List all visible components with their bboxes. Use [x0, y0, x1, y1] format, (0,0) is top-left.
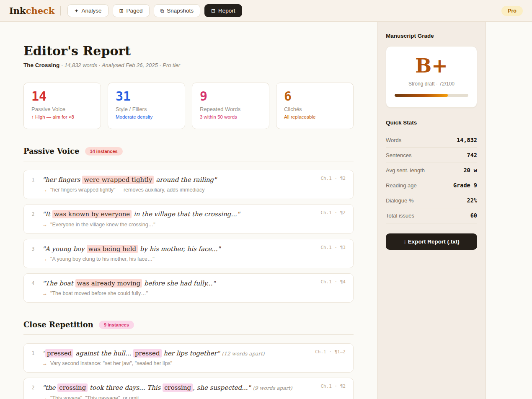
sparkle-icon: ✦	[74, 8, 78, 13]
quick-stat-label: Total issues	[386, 212, 414, 219]
issue-body: "her fingers were wrapped tightly around…	[42, 176, 303, 193]
chapter-paragraph-ref: Ch.1 · ¶1–2	[315, 349, 346, 355]
quick-stats-title: Quick Stats	[386, 119, 477, 126]
quote-text: "It	[42, 210, 52, 218]
grade-subtitle: Strong draft · 72/100	[395, 81, 468, 87]
stat-card-clich-s: 6ClichésAll replaceable	[276, 83, 354, 129]
issue-item[interactable]: 4"The boat was already moving before she…	[23, 273, 354, 303]
chapter-paragraph-ref: Ch.1 · ¶2	[320, 176, 346, 181]
highlighted-phrase: crossing	[163, 383, 193, 392]
issue-quote: "A young boy was being held by his mothe…	[42, 245, 303, 253]
nav-divider	[60, 6, 61, 16]
quick-stat-row: Words14,832	[386, 133, 477, 148]
quick-stat-label: Words	[386, 137, 401, 143]
grade-progress-fill	[395, 94, 448, 97]
stat-card-style-fillers: 31Style / FillersModerate density	[108, 83, 185, 129]
issue-quote: "The boat was already moving before she …	[42, 279, 303, 288]
nav-button-group: ✦Analyse⊞Paged⧉Snapshots⊡Report	[67, 4, 242, 17]
issue-item[interactable]: 1"pressed against the hull... pressed he…	[23, 343, 354, 373]
quote-text: around the railing"	[154, 176, 217, 184]
chapter-paragraph-ref: Ch.1 · ¶3	[320, 245, 346, 250]
quote-text: , she suspected..."	[193, 384, 251, 391]
issue-body: "pressed against the hull... pressed her…	[42, 349, 303, 366]
highlighted-phrase: was being held	[87, 245, 138, 253]
issue-item[interactable]: 2"It was known by everyone in the villag…	[23, 204, 354, 233]
grade-value: B+	[395, 56, 468, 76]
nav-button-paged[interactable]: ⊞Paged	[113, 4, 150, 17]
stat-card-note: 3 within 50 words	[200, 114, 261, 119]
quote-text: "A young boy	[42, 245, 87, 253]
report-icon: ⊡	[211, 8, 215, 13]
chapter-paragraph-ref: Ch.1 · ¶2	[320, 210, 346, 215]
issue-item[interactable]: 3"A young boy was being held by his moth…	[23, 239, 354, 268]
stat-card-note: ↑ High — aim for <8	[31, 114, 93, 119]
section-header: Close Repetition9 instances	[23, 320, 354, 329]
report-main: Editor's Report The Crossing · 14,832 wo…	[0, 22, 377, 399]
arrow-right-icon: →	[42, 187, 47, 193]
nav-button-label: Analyse	[81, 8, 101, 14]
words-apart-note: (9 words apart)	[253, 385, 292, 391]
suggestion-text: "A young boy clung to his mother, his fa…	[50, 256, 155, 262]
quick-stat-label: Sentences	[386, 152, 411, 158]
snapshots-icon: ⧉	[160, 8, 164, 13]
stat-card-label: Repeated Words	[200, 106, 261, 112]
quick-stat-row: Dialogue %22%	[386, 193, 477, 208]
arrow-right-icon: →	[42, 290, 47, 296]
suggestion-text: "This voyage", "This passage", or omit	[50, 395, 139, 399]
export-report-button[interactable]: ↓ Export Report (.txt)	[386, 233, 477, 250]
issue-number: 2	[24, 210, 42, 227]
highlighted-phrase: pressed	[45, 349, 74, 358]
suggestion-text: "Everyone in the village knew the crossi…	[50, 222, 155, 228]
quick-stat-row: Total issues60	[386, 208, 477, 223]
page-title: Editor's Report	[23, 44, 354, 58]
nav-button-snapshots[interactable]: ⧉Snapshots	[154, 4, 200, 17]
grade-section-title: Manuscript Grade	[386, 33, 477, 39]
arrow-right-icon: →	[42, 222, 47, 228]
stat-card-label: Passive Voice	[31, 106, 93, 112]
quote-text: against the hull...	[73, 350, 133, 357]
app-logo: Inkcheck	[9, 5, 54, 16]
pro-badge: Pro	[501, 6, 523, 16]
highlighted-phrase: pressed	[133, 349, 162, 358]
nav-button-report[interactable]: ⊡Report	[204, 4, 242, 17]
highlighted-phrase: crossing	[57, 383, 88, 392]
quote-text: "her fingers	[42, 176, 82, 184]
sidebar: Manuscript Grade B+ Strong draft · 72/10…	[377, 22, 486, 399]
stat-card-value: 31	[116, 89, 177, 104]
instance-count-badge: 9 instances	[99, 321, 134, 329]
manuscript-name: The Crossing	[23, 62, 59, 68]
quick-stat-value: 742	[467, 152, 477, 158]
stat-card-value: 9	[200, 89, 261, 104]
section-divider	[23, 161, 354, 161]
issue-item[interactable]: 1"her fingers were wrapped tightly aroun…	[23, 170, 354, 199]
issue-item[interactable]: 2"the crossing took three days... This c…	[23, 378, 354, 399]
words-apart-note: (12 words apart)	[222, 351, 265, 357]
highlighted-phrase: was known by everyone	[52, 210, 132, 218]
quick-stat-row: Sentences742	[386, 148, 477, 163]
suggestion: →"her fingers wrapped tightly" — removes…	[42, 187, 303, 193]
issue-body: "the crossing took three days... This cr…	[42, 383, 303, 399]
stat-card-note: All replaceable	[284, 114, 346, 119]
suggestion: →Vary second instance: "set her jaw", "s…	[42, 360, 303, 366]
stat-card-row: 14Passive Voice↑ High — aim for <831Styl…	[23, 83, 354, 129]
suggestion: →"A young boy clung to his mother, his f…	[42, 256, 303, 262]
section-title: Passive Voice	[23, 147, 80, 155]
highlighted-phrase: were wrapped tightly	[82, 176, 154, 184]
issue-sections: Passive Voice14 instances1"her fingers w…	[23, 147, 354, 399]
nav-button-label: Paged	[127, 8, 143, 14]
stat-card-value: 14	[31, 89, 93, 104]
chapter-paragraph-ref: Ch.1 · ¶4	[320, 279, 346, 285]
issue-number: 3	[24, 245, 42, 262]
quick-stat-value: 22%	[467, 197, 477, 204]
arrow-right-icon: →	[42, 395, 47, 399]
quote-text: by his mother, his face..."	[138, 245, 220, 253]
grade-progress-bar	[395, 94, 468, 97]
nav-button-analyse[interactable]: ✦Analyse	[67, 4, 108, 17]
quote-text: her lips together"	[162, 350, 220, 357]
issue-quote: "the crossing took three days... This cr…	[42, 383, 303, 392]
stat-card-repeated-words: 9Repeated Words3 within 50 words	[192, 83, 269, 129]
manuscript-meta: The Crossing · 14,832 words · Analysed F…	[23, 62, 354, 68]
suggestion-text: "The boat moved before she could fully…"	[50, 290, 148, 296]
suggestion: →"Everyone in the village knew the cross…	[42, 222, 303, 228]
quote-text: took three days... This	[88, 384, 163, 391]
